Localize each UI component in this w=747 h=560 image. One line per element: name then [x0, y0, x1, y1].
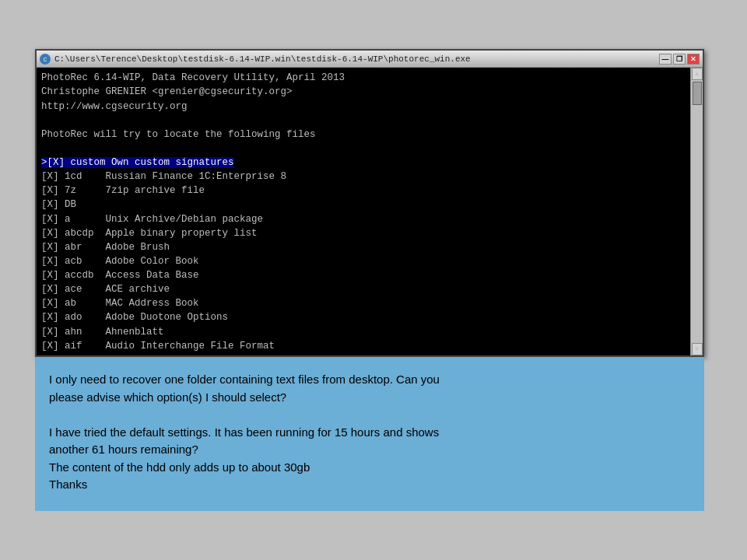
terminal-line9: [X] 7z 7zip archive file: [41, 185, 205, 196]
close-button[interactable]: ✕: [687, 54, 700, 65]
terminal-line19: [X] ahn Ahnenblatt: [41, 327, 164, 338]
terminal-line17: [X] ab MAC Address Book: [41, 298, 199, 309]
scrollbar[interactable]: ▲ ▼: [690, 68, 703, 355]
cmd-window: C C:\Users\Terence\Desktop\testdisk-6.14…: [35, 49, 704, 357]
terminal-content: PhotoRec 6.14-WIP, Data Recovery Utility…: [41, 71, 698, 355]
scroll-up-button[interactable]: ▲: [692, 68, 703, 80]
restore-button[interactable]: ❐: [673, 54, 686, 65]
terminal-line2: Christophe GRENIER <grenier@cgsecurity.o…: [41, 86, 293, 97]
app-icon: C: [40, 54, 51, 65]
minimize-button[interactable]: —: [659, 54, 672, 65]
question-box: I only need to recover one folder contai…: [35, 357, 704, 511]
scroll-thumb[interactable]: [693, 82, 702, 105]
terminal-line8: [X] 1cd Russian Finance 1C:Enterprise 8: [41, 171, 286, 182]
terminal-line14: [X] acb Adobe Color Book: [41, 256, 199, 267]
title-bar-left: C C:\Users\Terence\Desktop\testdisk-6.14…: [40, 54, 471, 65]
terminal-line1: PhotoRec 6.14-WIP, Data Recovery Utility…: [41, 72, 345, 83]
svg-text:C: C: [43, 57, 47, 62]
scroll-down-button[interactable]: ▼: [692, 343, 703, 355]
terminal-line18: [X] ado Adobe Duotone Options: [41, 312, 228, 323]
terminal-line11: [X] a Unix Archive/Debian package: [41, 214, 263, 225]
terminal-area: PhotoRec 6.14-WIP, Data Recovery Utility…: [37, 68, 703, 355]
terminal-line13: [X] abr Adobe Brush: [41, 242, 170, 253]
terminal-line5: PhotoRec will try to locate the followin…: [41, 129, 316, 140]
terminal-line21: [X] all Cubase Song file: .all: [41, 355, 234, 356]
terminal-line20: [X] aif Audio Interchange File Format: [41, 341, 275, 352]
main-container: C C:\Users\Terence\Desktop\testdisk-6.14…: [35, 49, 712, 511]
terminal-line12: [X] abcdp Apple binary property list: [41, 228, 258, 239]
terminal-line10: [X] DB: [41, 199, 76, 210]
terminal-line15: [X] accdb Access Data Base: [41, 270, 199, 281]
terminal-line3: http://www.cgsecurity.org: [41, 101, 188, 112]
title-bar: C C:\Users\Terence\Desktop\testdisk-6.14…: [37, 51, 703, 68]
question-text: I only need to recover one folder contai…: [49, 371, 690, 494]
terminal-line7-highlighted[interactable]: >[X] custom Own custom signatures: [41, 157, 234, 168]
window-title: C:\Users\Terence\Desktop\testdisk-6.14-W…: [54, 54, 471, 64]
terminal-line16: [X] ace ACE archive: [41, 284, 170, 295]
title-bar-buttons: — ❐ ✕: [659, 54, 700, 65]
